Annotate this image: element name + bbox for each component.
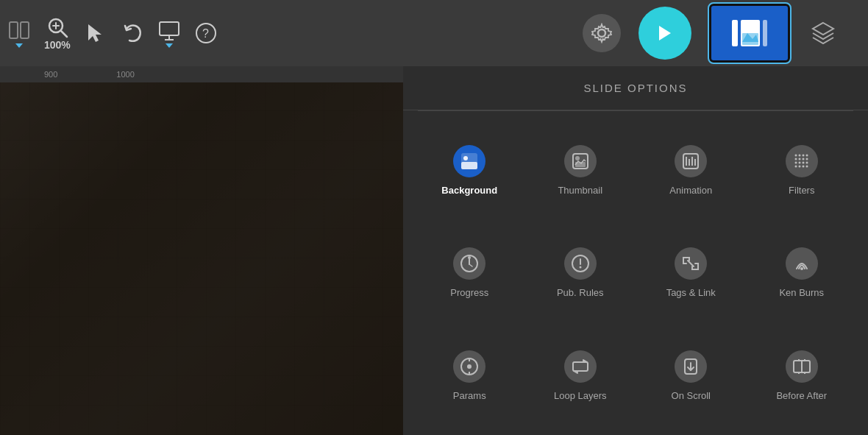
ken-burns-icon: [786, 247, 818, 280]
svg-point-54: [800, 267, 803, 270]
before-after-label: Before After: [776, 390, 827, 401]
progress-icon: [453, 247, 485, 280]
option-animation[interactable]: Animation: [639, 123, 743, 218]
pub-rules-icon: [564, 247, 597, 280]
thumbnail-icon: [564, 145, 597, 177]
svg-point-31: [798, 155, 800, 157]
ruler: 900 1000: [0, 66, 403, 82]
option-pub-rules[interactable]: Pub. Rules: [529, 225, 633, 320]
svg-point-36: [802, 158, 804, 160]
animation-icon: [675, 145, 707, 177]
option-before-after[interactable]: Before After: [750, 328, 854, 423]
tags-link-icon: [675, 247, 707, 280]
animation-label: Animation: [669, 185, 712, 196]
ruler-mark-900: 900: [44, 70, 57, 79]
svg-rect-7: [160, 22, 179, 35]
svg-rect-17: [763, 20, 767, 46]
svg-rect-13: [732, 20, 738, 46]
svg-marker-6: [88, 24, 102, 42]
options-grid: Background Thumbnail: [403, 111, 868, 435]
slides-view-button[interactable]: [709, 4, 790, 63]
zoom-tool[interactable]: 100%: [44, 15, 71, 51]
svg-point-44: [802, 166, 804, 168]
svg-line-53: [688, 261, 694, 266]
option-thumbnail[interactable]: Thumbnail: [529, 123, 633, 218]
svg-line-49: [469, 264, 472, 266]
main-content: 900 1000 SLIDE OPTIONS Ba: [0, 66, 868, 435]
svg-rect-59: [573, 362, 588, 371]
select-tool[interactable]: [84, 21, 107, 45]
tags-link-label: Tags & Link: [666, 287, 716, 298]
option-background[interactable]: Background: [418, 123, 522, 218]
svg-point-39: [798, 162, 800, 164]
right-panel: SLIDE OPTIONS Background: [403, 66, 868, 435]
split-view-dropdown-icon: [15, 43, 23, 48]
gear-button[interactable]: [583, 14, 621, 52]
undo-tool[interactable]: [121, 21, 144, 45]
svg-point-56: [467, 364, 472, 369]
preview-tool[interactable]: [157, 18, 181, 48]
progress-label: Progress: [450, 287, 488, 298]
svg-point-32: [802, 155, 804, 157]
canvas-area: 900 1000: [0, 66, 403, 435]
toolbar-center: [561, 4, 861, 63]
preview-dropdown-icon: [166, 43, 173, 48]
next-arrow-button[interactable]: [638, 7, 691, 60]
svg-point-21: [463, 156, 468, 160]
svg-rect-20: [461, 162, 477, 169]
svg-point-34: [794, 158, 797, 160]
svg-point-52: [579, 266, 581, 269]
on-scroll-icon: [675, 350, 707, 383]
params-icon: [453, 350, 485, 383]
ken-burns-label: Ken Burns: [779, 287, 824, 298]
svg-point-12: [598, 29, 605, 37]
svg-point-41: [805, 162, 808, 164]
split-view-tool[interactable]: [7, 18, 31, 48]
svg-rect-0: [10, 22, 18, 38]
loop-layers-label: Loop Layers: [554, 390, 607, 401]
before-after-icon: [786, 350, 818, 383]
zoom-label: 100%: [44, 39, 71, 51]
canvas-viewport[interactable]: [0, 82, 403, 435]
svg-line-3: [61, 31, 67, 37]
thumbnail-label: Thumbnail: [558, 185, 602, 196]
background-icon: [453, 145, 485, 177]
svg-text:?: ?: [202, 27, 209, 40]
svg-marker-18: [813, 23, 833, 35]
svg-point-33: [805, 155, 808, 157]
filters-icon: [786, 145, 818, 177]
option-loop-layers[interactable]: Loop Layers: [529, 328, 633, 423]
canvas-image-overlay: [0, 82, 403, 435]
help-tool[interactable]: ?: [194, 21, 218, 45]
svg-point-42: [794, 166, 797, 168]
slide-options-header: SLIDE OPTIONS: [403, 66, 868, 110]
svg-point-35: [798, 158, 800, 160]
toolbar: 100% ?: [0, 0, 868, 66]
svg-point-45: [805, 166, 808, 168]
option-progress[interactable]: Progress: [418, 225, 522, 320]
pub-rules-label: Pub. Rules: [557, 287, 604, 298]
filters-label: Filters: [789, 185, 814, 196]
layers-button[interactable]: [808, 18, 839, 49]
svg-point-43: [798, 166, 800, 168]
svg-point-38: [794, 162, 797, 164]
background-label: Background: [441, 185, 497, 196]
option-tags-link[interactable]: Tags & Link: [639, 225, 743, 320]
toolbar-left: 100% ?: [7, 15, 561, 51]
svg-point-30: [794, 155, 797, 157]
option-params[interactable]: Params: [418, 328, 522, 423]
slide-options-title: SLIDE OPTIONS: [583, 82, 687, 94]
loop-layers-icon: [564, 350, 597, 383]
svg-point-24: [575, 156, 580, 160]
option-filters[interactable]: Filters: [750, 123, 854, 218]
option-ken-burns[interactable]: Ken Burns: [750, 225, 854, 320]
svg-point-37: [805, 158, 808, 160]
params-label: Params: [453, 390, 486, 401]
svg-point-40: [802, 162, 804, 164]
svg-rect-1: [21, 22, 29, 38]
ruler-mark-1000: 1000: [116, 70, 134, 79]
on-scroll-label: On Scroll: [672, 390, 711, 401]
option-on-scroll[interactable]: On Scroll: [639, 328, 743, 423]
